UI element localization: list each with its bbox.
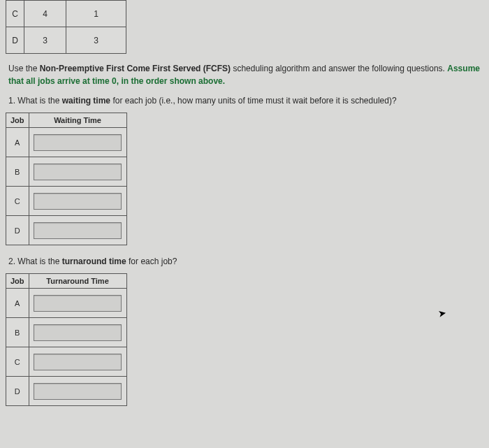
table-row: B [6,157,127,187]
waiting-time-header: Waiting Time [29,113,126,128]
waiting-time-table: Job Waiting Time A B C D [6,113,127,245]
input-cell [29,347,126,377]
input-cell [29,128,126,157]
turnaround-time-c-input[interactable] [34,354,122,370]
job-label: C [6,187,29,216]
input-cell [29,216,126,245]
waiting-time-c-input[interactable] [34,193,122,210]
q1-post: for each job (i.e., how many units of ti… [110,96,397,106]
job-label: C [6,347,29,377]
job-header: Job [6,274,29,289]
job-label: B [6,318,29,347]
job-cell: C [6,1,24,27]
input-cell [29,187,126,216]
job-label: B [6,157,29,187]
input-cell [29,289,126,318]
input-cell [29,157,126,187]
table-row: D [6,216,127,245]
job-label: D [6,377,29,406]
value-cell: 3 [24,27,66,54]
instruction-pre: Use the [8,64,40,73]
table-row: D 3 3 [6,27,126,54]
instruction-text: Use the Non-Preemptive First Come First … [8,62,481,87]
turnaround-time-b-input[interactable] [34,324,122,341]
input-cell [29,318,126,347]
value-cell: 3 [66,27,126,54]
job-label: A [6,289,29,318]
table-row: D [6,377,127,406]
q2-pre: What is the [17,256,61,266]
turnaround-time-header: Turnaround Time [29,274,126,289]
job-cell: D [6,27,24,54]
q1-bold: waiting time [62,96,110,106]
job-label: D [6,216,29,245]
job-label: A [6,128,29,157]
turnaround-time-d-input[interactable] [34,383,122,400]
instruction-mid: scheduling algorithm and answer the foll… [231,64,447,73]
instruction-bold: Non-Preemptive First Come First Served (… [40,64,231,73]
table-row: A [6,289,127,318]
table-row: A [6,128,127,157]
value-cell: 1 [66,1,126,27]
table-header-row: Job Waiting Time [6,113,127,128]
job-data-table-partial: C 4 1 D 3 3 [6,0,126,54]
q1-num: 1. [8,96,17,106]
table-row: C [6,187,127,216]
table-row: C 4 1 [6,1,126,27]
q1-pre: What is the [17,96,61,106]
waiting-time-b-input[interactable] [34,164,122,180]
q2-bold: turnaround time [62,256,126,266]
value-cell: 4 [24,1,66,27]
q2-num: 2. [8,256,17,266]
waiting-time-a-input[interactable] [34,134,122,151]
question-1-prompt: 1. What is the waiting time for each job… [8,94,481,107]
turnaround-time-a-input[interactable] [34,295,122,312]
job-header: Job [6,113,29,128]
table-row: B [6,318,127,347]
waiting-time-d-input[interactable] [34,222,122,239]
table-header-row: Job Turnaround Time [6,274,127,289]
turnaround-time-table: Job Turnaround Time A B C D [6,273,127,406]
q2-post: for each job? [126,256,177,266]
input-cell [29,377,126,406]
table-row: C [6,347,127,377]
question-2-prompt: 2. What is the turnaround time for each … [8,255,481,268]
